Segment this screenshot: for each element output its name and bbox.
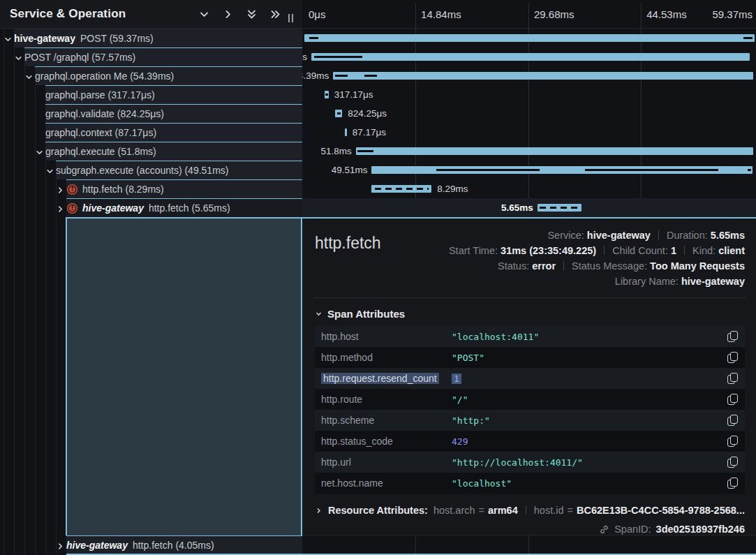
copy-icon[interactable]	[726, 394, 740, 405]
timeline-row[interactable]: 51.8ms	[302, 142, 756, 161]
span-tree-row[interactable]: !http.fetch (8.29ms)	[0, 179, 302, 198]
timeline-panel: 0μs14.84ms29.68ms44.53ms59.37ms 57.57ms5…	[302, 0, 756, 555]
attribute-row: http.status_code429	[315, 431, 745, 452]
timeline-row[interactable]: 5.65ms	[302, 198, 756, 217]
timeline-row[interactable]: 8.29ms	[302, 179, 756, 198]
resource-key: host.id	[534, 505, 564, 516]
span-tree-row[interactable]: graphql.validate (824.25μs)	[0, 104, 302, 123]
chevrons-down-icon[interactable]	[246, 8, 258, 20]
timeline-row[interactable]	[302, 29, 756, 47]
span-row-cell: !hive-gatewayhttp.fetch (5.65ms)	[66, 198, 302, 217]
span-duration-bar[interactable]	[335, 110, 342, 117]
caret-down-icon[interactable]	[15, 52, 24, 61]
caret-right-icon[interactable]	[57, 184, 66, 193]
timeline-row[interactable]: 87.17μs	[302, 123, 756, 142]
tree-header: Service & Operation	[0, 0, 302, 29]
duration-label: 317.17μs	[334, 85, 373, 104]
span-row-cell: subgraph.execute (accounts) (49.51ms)	[56, 161, 302, 179]
chevron-right-icon[interactable]	[222, 8, 234, 20]
span-tree-row[interactable]: hive-gatewayPOST (59.37ms)	[0, 29, 302, 47]
timeline-row[interactable]: 49.51ms	[302, 161, 756, 179]
span-tree-row[interactable]: graphql.parse (317.17μs)	[0, 85, 302, 104]
attribute-key: http.scheme	[315, 415, 452, 426]
copy-icon[interactable]	[726, 436, 740, 447]
timeline-row[interactable]: 4.05ms	[605, 535, 756, 554]
copy-icon[interactable]	[726, 415, 740, 426]
span-label: graphql.operation Me (54.39ms)	[35, 71, 174, 82]
meta-label: Child Count:	[612, 245, 671, 256]
chevron-down-icon[interactable]	[198, 8, 210, 20]
span-tree-row[interactable]: graphql.execute (51.8ms)	[0, 142, 302, 161]
caret-down-icon[interactable]	[4, 34, 13, 43]
span-duration-bar[interactable]	[356, 147, 753, 155]
timeline-row[interactable]: 54.39ms	[302, 66, 756, 85]
duration-label: 54.39ms	[302, 66, 329, 85]
meta-value: error	[532, 260, 556, 272]
span-tree-row[interactable]: graphql.context (87.17μs)	[0, 123, 302, 142]
timeline-row[interactable]: 317.17μs	[302, 85, 756, 104]
panel-resize-handle[interactable]	[288, 14, 295, 24]
span-label: POST /graphql (57.57ms)	[24, 52, 135, 63]
span-duration-bar[interactable]	[371, 166, 753, 174]
span-tree-panel: hive-gatewayPOST (59.37ms)POST /graphql …	[0, 0, 302, 555]
chevrons-right-icon[interactable]	[269, 8, 281, 20]
span-duration-bar[interactable]	[325, 91, 329, 98]
attribute-value: "http:"	[452, 415, 721, 426]
span-duration-bar[interactable]	[345, 128, 347, 136]
span-duration-bar[interactable]	[538, 204, 581, 212]
span-meta: Service: hive-gatewayDuration: 5.65msSta…	[381, 228, 745, 289]
copy-icon[interactable]	[726, 352, 740, 363]
span-duration-bar[interactable]	[304, 34, 755, 42]
ruler-tick: 0μs	[309, 8, 326, 20]
attribute-key: http.host	[315, 331, 452, 342]
caret-right-icon[interactable]	[57, 540, 66, 549]
timeline-row[interactable]: 57.57ms	[302, 47, 756, 66]
resource-value: BC62E13B-C4CC-5854-9788-2568...	[577, 505, 745, 516]
span-duration-bar[interactable]	[333, 72, 753, 80]
span-row-cell: hive-gatewayPOST (59.37ms)	[14, 29, 302, 47]
attribute-row: http.url"http://localhost:4011/"	[315, 452, 745, 473]
span-duration-bar[interactable]	[311, 53, 750, 61]
attribute-value: "localhost:4011"	[452, 332, 721, 342]
copy-icon[interactable]	[726, 478, 740, 489]
span-tree-row[interactable]: !hive-gatewayhttp.fetch (5.65ms)	[0, 198, 302, 217]
attribute-key: http.status_code	[315, 436, 452, 447]
chevron-down-icon	[315, 310, 323, 318]
caret-down-icon[interactable]	[25, 71, 34, 80]
copy-icon[interactable]	[726, 373, 740, 384]
attribute-value: "localhost"	[452, 478, 721, 489]
attribute-value: "/"	[452, 394, 721, 405]
span-duration-bar[interactable]	[371, 185, 431, 193]
span-tree-rows: hive-gatewayPOST (59.37ms)POST /graphql …	[0, 29, 302, 217]
bottom-timeline-row[interactable]: 4.05ms	[605, 535, 756, 554]
chevron-right-icon	[315, 507, 323, 515]
meta-label: Status:	[498, 260, 532, 272]
caret-down-icon[interactable]	[36, 147, 45, 156]
span-tree-row[interactable]: graphql.operation Me (54.39ms)	[0, 66, 302, 85]
resource-attributes-row[interactable]: Resource Attributes: host.arch=arm64host…	[315, 502, 745, 519]
ruler-tick: 14.84ms	[421, 8, 461, 20]
span-tree-row[interactable]: POST /graphql (57.57ms)	[0, 47, 302, 66]
meta-value: 31ms (23:35:49.225)	[501, 245, 596, 256]
timeline-rows: 57.57ms54.39ms317.17μs824.25μs87.17μs51.…	[302, 29, 756, 217]
span-attributes-header[interactable]: Span Attributes	[315, 305, 745, 322]
span-row-cell: graphql.operation Me (54.39ms)	[35, 66, 302, 85]
attribute-value: "POST"	[452, 353, 721, 363]
attribute-row: http.route"/"	[315, 389, 745, 410]
span-label: http.fetch (8.29ms)	[82, 184, 164, 195]
caret-down-icon[interactable]	[46, 165, 55, 175]
span-tree-row[interactable]: subgraph.execute (accounts) (49.51ms)	[0, 161, 302, 179]
meta-value: 5.65ms	[711, 230, 745, 241]
copy-icon[interactable]	[726, 331, 740, 342]
caret-right-icon[interactable]	[57, 203, 66, 212]
span-label: graphql.context (87.17μs)	[45, 127, 156, 138]
copy-icon[interactable]	[726, 457, 740, 468]
span-row-cell: graphql.validate (824.25μs)	[45, 104, 302, 123]
duration-label: 8.29ms	[437, 179, 468, 198]
link-icon[interactable]	[599, 524, 609, 535]
span-label: subgraph.execute (accounts) (49.51ms)	[56, 165, 228, 176]
span-label: graphql.execute (51.8ms)	[45, 146, 156, 157]
span-tree-row[interactable]: hive-gatewayhttp.fetch (4.05ms)	[0, 535, 302, 554]
timeline-row[interactable]: 824.25μs	[302, 104, 756, 123]
duration-label: 49.51ms	[332, 161, 368, 179]
